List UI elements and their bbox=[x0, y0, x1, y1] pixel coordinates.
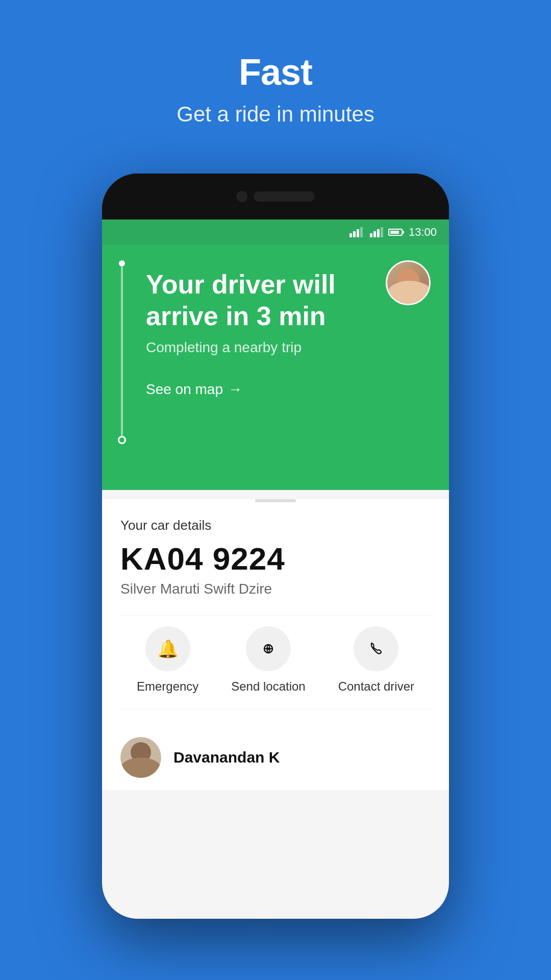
driver-avatar bbox=[386, 260, 431, 305]
contact-driver-icon bbox=[354, 626, 398, 671]
car-plate: KA04 9224 bbox=[120, 541, 431, 577]
emergency-icon: 🔔 bbox=[145, 626, 190, 671]
status-bar: 13:00 bbox=[102, 219, 449, 245]
action-buttons-row: 🔔 Emergency bbox=[120, 616, 431, 709]
progress-line-fill bbox=[121, 266, 123, 436]
driver-avatar-image bbox=[387, 262, 429, 304]
see-on-map-label: See on map bbox=[146, 381, 223, 398]
signal-icon bbox=[349, 227, 363, 237]
status-icons: 13:00 bbox=[349, 226, 437, 239]
progress-dot-bottom bbox=[118, 436, 126, 444]
hero-section: Fast Get a ride in minutes bbox=[0, 0, 551, 127]
car-model: Silver Maruti Swift Dzire bbox=[120, 581, 431, 597]
send-location-icon bbox=[246, 626, 291, 671]
ride-sub-text: Completing a nearby trip bbox=[146, 339, 431, 356]
contact-driver-button[interactable]: Contact driver bbox=[338, 626, 414, 694]
hero-subtitle: Get a ride in minutes bbox=[0, 102, 551, 127]
phone-mockup: 13:00 Your dri bbox=[102, 174, 449, 919]
phone-body: 13:00 Your dri bbox=[102, 174, 449, 919]
hero-title: Fast bbox=[0, 0, 551, 93]
contact-driver-label: Contact driver bbox=[338, 679, 414, 694]
status-time: 13:00 bbox=[409, 226, 437, 239]
emergency-label: Emergency bbox=[137, 679, 198, 694]
mobile-signal-icon bbox=[370, 227, 383, 237]
progress-line bbox=[120, 260, 123, 444]
car-details-card: Your car details KA04 9224 Silver Maruti… bbox=[102, 499, 449, 725]
see-on-map-button[interactable]: See on map → bbox=[146, 381, 431, 398]
driver-info-row: Davanandan K bbox=[102, 725, 449, 790]
avatar-body bbox=[387, 281, 429, 304]
send-location-button[interactable]: Send location bbox=[231, 626, 305, 694]
driver-thumbnail bbox=[120, 737, 161, 778]
progress-dot-top bbox=[119, 260, 125, 266]
emergency-button[interactable]: 🔔 Emergency bbox=[137, 626, 198, 694]
ride-header: Your driver will arrive in 3 min Complet… bbox=[102, 245, 449, 490]
driver-name: Davanandan K bbox=[173, 749, 280, 766]
battery-icon bbox=[388, 229, 404, 236]
driver-thumb-body bbox=[120, 757, 161, 778]
car-details-label: Your car details bbox=[120, 518, 431, 533]
phone-camera bbox=[236, 191, 247, 202]
drag-handle bbox=[255, 499, 296, 502]
send-location-label: Send location bbox=[231, 679, 305, 694]
phone-screen: 13:00 Your dri bbox=[102, 219, 449, 919]
phone-speaker bbox=[254, 191, 315, 202]
phone-top-bar bbox=[102, 174, 449, 219]
arrow-right-icon: → bbox=[228, 381, 242, 398]
svg-point-2 bbox=[267, 648, 269, 650]
